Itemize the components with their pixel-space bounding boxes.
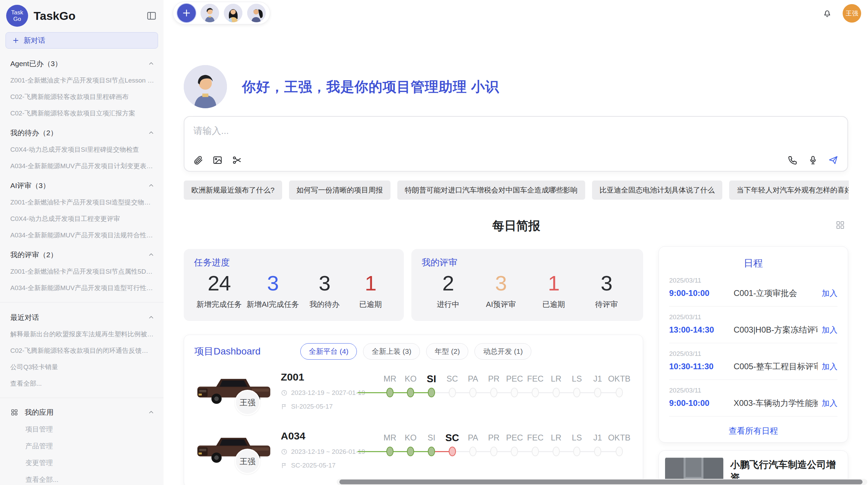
recent-chat-item[interactable]: C02-飞腾新能源轻客改款项目的闭环通告反馈情况 [10, 346, 155, 355]
filter-chip[interactable]: 年型 (2) [426, 343, 469, 360]
schedule-item: 2025/03/11 9:00-10:00 C001-立项审批会 加入 [669, 270, 837, 307]
schedule-time: 9:00-10:00 [669, 288, 734, 298]
sidebar-task-item[interactable]: Z001-全新燃油皮卡产品开发项目SI节点Lesson Learn报告 [10, 76, 155, 85]
mic-icon[interactable] [808, 155, 818, 165]
milestone-node [532, 388, 539, 397]
project-owner-badge: 王强 [235, 449, 260, 474]
suggestion-chip[interactable]: 欧洲新规最近颁布了什么? [184, 181, 282, 200]
project-date-range: 2023-12-19 ~ 2026-01-19 [291, 448, 365, 456]
sidebar-task-item[interactable]: Z001-全新燃油轻卡产品开发项目SI节点属性5D文件评审 [10, 267, 155, 276]
suggestion-chip[interactable]: 比亚迪全固态电池计划具体说了什么 [592, 181, 722, 200]
task-progress-card: 任务进度 24 新增完成任务 3 新增AI完成任务 [184, 249, 404, 321]
project-dashboard-card: 项目Dashboard 全新平台 (4)全新上装 (3)年型 (2)动总开发 (… [184, 335, 643, 485]
recent-chat-item[interactable]: 查看全部... [10, 379, 155, 388]
join-link[interactable]: 加入 [822, 288, 837, 299]
suggestion-chip[interactable]: 如何写一份清晰的项目周报 [289, 181, 390, 200]
schedule-list: 2025/03/11 9:00-10:00 C001-立项审批会 加入 2025… [669, 270, 837, 416]
milestone-label: PR [488, 373, 499, 385]
phone-icon[interactable] [787, 155, 798, 165]
filter-chip[interactable]: 全新平台 (4) [300, 343, 357, 360]
my-apps-label: 我的应用 [25, 408, 148, 417]
join-link[interactable]: 加入 [822, 325, 837, 335]
agent-avatar-3[interactable] [247, 4, 266, 22]
chevron-up-icon[interactable] [148, 182, 155, 189]
recent-chat-item[interactable]: 公司Q3轻卡销量 [10, 363, 155, 372]
stat-value: 1 [533, 270, 574, 297]
user-avatar[interactable]: 王强 [843, 4, 861, 23]
chevron-up-icon[interactable] [148, 251, 155, 258]
milestone: SC [442, 373, 463, 407]
join-link[interactable]: 加入 [822, 398, 837, 409]
section-header-recent-chats[interactable]: 最近对话 [10, 313, 155, 322]
sidebar-task-item[interactable]: A034-全新新能源MUV产品开发项目法规符合性评审 [10, 231, 155, 240]
milestone-label: PA [468, 373, 478, 385]
milestone-node [407, 447, 414, 456]
scissors-icon[interactable] [232, 155, 242, 165]
section-header-ai-review[interactable]: AI评审（3） [10, 181, 155, 190]
sidebar-task-item[interactable]: A034-全新新能源MUV产品开发项目计划变更表编写 [10, 162, 155, 171]
project-date-range: 2023-12-19 ~ 2027-01-19 [291, 389, 365, 397]
milestone-node [594, 388, 601, 397]
stat-column: 3 我的待办 [304, 270, 345, 310]
milestone: SI [421, 432, 442, 466]
section-header-my-review[interactable]: 我的评审（2） [10, 250, 155, 260]
filter-chip[interactable]: 全新上装 (3) [363, 343, 420, 360]
sidebar-task-item[interactable]: C02-飞腾新能源轻客改款项目立项汇报方案 [10, 109, 155, 118]
agent-avatar-1[interactable] [201, 4, 219, 22]
sidebar-task-item[interactable]: A034-全新新能源MUV产品开发项目造型可行性评审 [10, 284, 155, 293]
chevron-up-icon[interactable] [148, 409, 155, 416]
app-item[interactable]: 产品管理 [25, 442, 155, 451]
milestone: PEC [504, 373, 525, 407]
sidebar-task-item[interactable]: C02-飞腾新能源轻客改款项目里程碑画布 [10, 92, 155, 101]
chevron-up-icon[interactable] [148, 314, 155, 321]
sidebar-task-item[interactable]: C0X4-动力总成开发项目SI里程碑提交物检查 [10, 145, 155, 154]
milestone: FEC [525, 432, 546, 466]
milestone-label: SC [446, 373, 458, 385]
recent-chat-item[interactable]: 解释最新出台的欧盟报废车法规再生塑料比例被调至15%... [10, 330, 155, 339]
message-input[interactable] [193, 126, 605, 136]
project-row[interactable]: 王强 Z001 2023-12-19 ~ 2027-01-19 SI-2025-… [194, 370, 632, 419]
bell-icon[interactable] [822, 8, 832, 18]
app-item[interactable]: 查看全部... [25, 475, 155, 484]
section-header-agent-done[interactable]: Agent已办（3） [10, 59, 155, 69]
sidebar-task-item[interactable]: Z001-全新燃油轻卡产品开发项目SI造型提交物评审 [10, 198, 155, 207]
app-item[interactable]: 项目管理 [25, 425, 155, 434]
daily-brief-header: 每日简报 [184, 218, 849, 234]
greeting-text: 你好，王强，我是你的项目管理助理 小识 [242, 77, 499, 96]
view-all-schedule-link[interactable]: 查看所有日程 [669, 425, 837, 436]
paperclip-icon[interactable] [193, 155, 203, 165]
send-icon[interactable] [828, 155, 839, 165]
app-item[interactable]: 变更管理 [25, 458, 155, 468]
task-progress-items: 24 新增完成任务 3 新增AI完成任务 3 我的待办 [194, 270, 394, 310]
new-chat-button[interactable]: 新对话 [5, 32, 158, 49]
suggestion-chip[interactable]: 特朗普可能对进口汽车增税会对中国车企造成哪些影响 [397, 181, 585, 200]
section-title: 我的评审（2） [10, 250, 148, 260]
filter-chip[interactable]: 动总开发 (1) [474, 343, 531, 360]
milestone-label: LS [572, 432, 582, 444]
stat-value: 1 [350, 270, 391, 297]
sidebar-task-item[interactable]: C0X4-动力总成开发项目工程变更评审 [10, 214, 155, 223]
section-my-todo-list: C0X4-动力总成开发项目SI里程碑提交物检查A034-全新新能源MUV产品开发… [0, 145, 164, 171]
suggestion-chip[interactable]: 当下年轻人对汽车外观有怎样的喜好趋势 [729, 181, 849, 200]
milestone-node [490, 388, 497, 397]
collapse-sidebar-icon[interactable] [146, 11, 157, 21]
project-car-image [195, 371, 273, 409]
my-apps-header[interactable]: 我的应用 [10, 408, 155, 417]
chevron-up-icon[interactable] [148, 129, 155, 136]
milestone-node [469, 388, 477, 397]
join-link[interactable]: 加入 [822, 361, 837, 372]
horizontal-scrollbar-track[interactable] [337, 479, 867, 485]
stat-label: AI预评审 [480, 299, 521, 310]
chevron-up-icon[interactable] [148, 60, 155, 67]
horizontal-scrollbar-thumb[interactable] [339, 480, 863, 484]
schedule-date: 2025/03/11 [669, 387, 837, 394]
agent-avatar-2[interactable] [224, 4, 242, 22]
layout-grid-icon[interactable] [835, 220, 845, 230]
add-agent-button[interactable] [177, 4, 196, 22]
milestone-node [573, 447, 580, 456]
section-header-my-todo[interactable]: 我的待办（2） [10, 128, 155, 138]
project-row[interactable]: 王强 A034 2023-12-19 ~ 2026-01-19 SC-2025-… [194, 429, 632, 477]
milestone-node [469, 447, 477, 456]
image-icon[interactable] [212, 155, 223, 165]
milestone-node [449, 447, 456, 456]
